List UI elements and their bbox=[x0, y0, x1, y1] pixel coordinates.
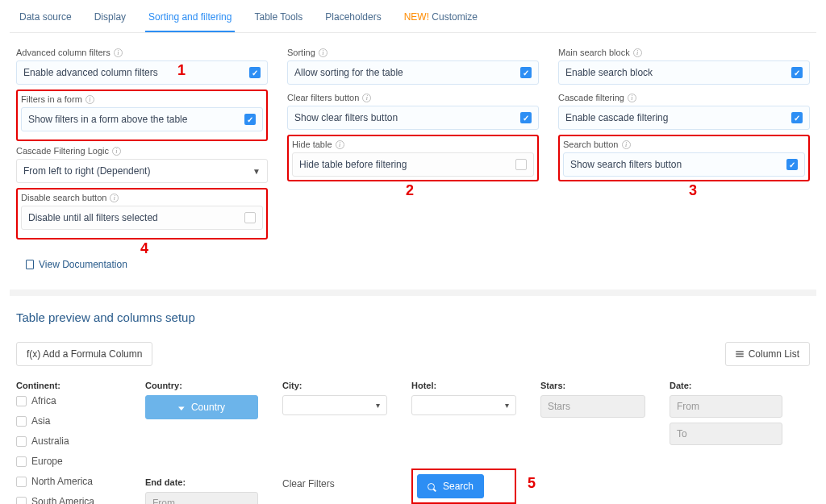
checkbox-icon bbox=[16, 436, 27, 447]
annotation-1: 1 bbox=[177, 62, 186, 79]
info-icon[interactable]: i bbox=[362, 94, 371, 102]
checkbox-icon bbox=[16, 416, 27, 427]
continent-filter-label: Continent: bbox=[16, 381, 121, 390]
info-icon[interactable]: i bbox=[110, 194, 119, 202]
sorting-toggle[interactable]: Allow sorting for the table bbox=[287, 60, 539, 85]
date-filter-label: Date: bbox=[670, 381, 782, 390]
tab-sorting-filtering[interactable]: Sorting and filtering bbox=[145, 6, 235, 32]
setting-disable-search-button: Disable search buttoni Disable until all… bbox=[21, 193, 263, 230]
filter-icon bbox=[178, 402, 186, 413]
checkbox-icon bbox=[16, 477, 27, 487]
search-button-toggle[interactable]: Show search filters button bbox=[563, 152, 805, 177]
list-icon bbox=[736, 351, 744, 357]
setting-filters-in-form: Filters in a formi Show filters in a for… bbox=[21, 94, 263, 131]
continent-option[interactable]: Asia bbox=[16, 415, 121, 427]
disable-search-label: Disable search button bbox=[21, 193, 106, 202]
document-icon bbox=[26, 260, 34, 269]
filters-in-form-label: Filters in a form bbox=[21, 94, 82, 104]
setting-cascade-filtering: Cascade filteringi Enable cascade filter… bbox=[558, 93, 810, 130]
annotation-3: 3 bbox=[689, 182, 697, 199]
column-list-button[interactable]: Column List bbox=[725, 342, 810, 366]
hide-table-label: Hide table bbox=[292, 140, 332, 149]
checkbox-on-icon bbox=[249, 67, 261, 78]
setting-clear-filters-button: Clear filters buttoni Show clear filters… bbox=[287, 93, 539, 130]
info-icon[interactable]: i bbox=[114, 48, 123, 57]
stars-input[interactable]: Stars bbox=[540, 395, 645, 418]
date-from-input[interactable]: From bbox=[670, 395, 782, 418]
clear-filters-link[interactable]: Clear Filters bbox=[282, 473, 387, 489]
tab-customize[interactable]: NEW! Customize bbox=[401, 6, 481, 32]
add-formula-column-button[interactable]: f(x) Add a Formula Column bbox=[16, 342, 152, 366]
sorting-label: Sorting bbox=[287, 48, 315, 57]
enddate-filter-label: End date: bbox=[145, 477, 258, 487]
checkbox-icon bbox=[16, 396, 27, 406]
date-to-input[interactable]: To bbox=[670, 423, 782, 445]
setting-search-button: Search buttoni Show search filters butto… bbox=[563, 140, 805, 177]
tab-data-source[interactable]: Data source bbox=[16, 6, 75, 32]
cascade-logic-select[interactable]: From left to right (Dependent)▼ bbox=[16, 159, 268, 183]
continent-option[interactable]: South America bbox=[16, 496, 121, 504]
tab-table-tools[interactable]: Table Tools bbox=[251, 6, 306, 32]
city-select[interactable]: ▾ bbox=[282, 395, 387, 415]
annotation-5: 5 bbox=[528, 475, 536, 492]
search-icon bbox=[428, 483, 435, 490]
continent-option[interactable]: Africa bbox=[16, 395, 121, 406]
main-search-label: Main search block bbox=[558, 48, 630, 57]
setting-main-search-block: Main search blocki Enable search block bbox=[558, 48, 810, 85]
continent-option[interactable]: Australia bbox=[16, 435, 121, 447]
settings-tabs: Data source Display Sorting and filterin… bbox=[10, 0, 816, 33]
checkbox-on-icon bbox=[786, 159, 798, 170]
checkbox-off-icon bbox=[515, 159, 527, 170]
cascade-filtering-label: Cascade filtering bbox=[558, 93, 624, 102]
search-button-label: Search button bbox=[563, 140, 619, 149]
tab-display[interactable]: Display bbox=[91, 6, 129, 32]
disable-search-toggle[interactable]: Disable until all filters selected bbox=[21, 206, 263, 230]
setting-cascade-logic: Cascade Filtering Logici From left to ri… bbox=[16, 146, 268, 183]
info-icon[interactable]: i bbox=[112, 147, 121, 156]
search-button[interactable]: Search bbox=[417, 474, 484, 498]
annotation-2: 2 bbox=[406, 182, 414, 199]
setting-sorting: Sortingi Allow sorting for the table bbox=[287, 48, 539, 85]
checkbox-on-icon bbox=[520, 112, 532, 123]
city-filter-label: City: bbox=[282, 381, 387, 390]
hotel-filter-label: Hotel: bbox=[411, 381, 516, 390]
checkbox-on-icon bbox=[791, 67, 803, 78]
cascade-filtering-toggle[interactable]: Enable cascade filtering bbox=[558, 106, 810, 130]
checkbox-icon bbox=[16, 497, 27, 505]
advanced-filters-toggle[interactable]: Enable advanced column filters bbox=[16, 60, 268, 85]
setting-hide-table: Hide tablei Hide table before filtering bbox=[292, 140, 534, 177]
enddate-from-input[interactable]: From bbox=[145, 492, 258, 504]
filters-in-form-toggle[interactable]: Show filters in a form above the table bbox=[21, 107, 263, 131]
chevron-down-icon: ▼ bbox=[252, 167, 261, 176]
cascade-logic-label: Cascade Filtering Logic bbox=[16, 146, 109, 156]
view-documentation-link[interactable]: View Documentation bbox=[26, 259, 127, 270]
chevron-down-icon: ▾ bbox=[505, 401, 509, 410]
checkbox-icon bbox=[16, 456, 27, 467]
preview-section-title: Table preview and columns setup bbox=[16, 310, 810, 324]
info-icon[interactable]: i bbox=[633, 48, 642, 57]
info-icon[interactable]: i bbox=[319, 48, 327, 57]
hotel-select[interactable]: ▾ bbox=[411, 395, 516, 415]
clear-filters-btn-label: Clear filters button bbox=[287, 93, 359, 102]
main-search-toggle[interactable]: Enable search block bbox=[558, 60, 810, 85]
annotation-4: 4 bbox=[140, 240, 148, 257]
stars-filter-label: Stars: bbox=[540, 381, 645, 390]
country-filter-label: Country: bbox=[145, 381, 258, 390]
continent-option[interactable]: Europe bbox=[16, 456, 121, 467]
chevron-down-icon: ▾ bbox=[376, 401, 380, 410]
continent-option[interactable]: North America bbox=[16, 476, 121, 487]
info-icon[interactable]: i bbox=[622, 140, 631, 149]
info-icon[interactable]: i bbox=[628, 94, 636, 102]
info-icon[interactable]: i bbox=[86, 95, 94, 104]
tab-placeholders[interactable]: Placeholders bbox=[322, 6, 384, 32]
checkbox-on-icon bbox=[244, 114, 256, 125]
checkbox-off-icon bbox=[244, 212, 256, 223]
info-icon[interactable]: i bbox=[336, 140, 344, 149]
clear-filters-btn-toggle[interactable]: Show clear filters button bbox=[287, 106, 539, 130]
setting-advanced-column-filters: Advanced column filtersi Enable advanced… bbox=[16, 48, 268, 85]
hide-table-toggle[interactable]: Hide table before filtering bbox=[292, 152, 534, 177]
country-filter-button[interactable]: Country bbox=[145, 395, 258, 419]
checkbox-on-icon bbox=[791, 112, 803, 123]
advanced-filters-label: Advanced column filters bbox=[16, 48, 111, 57]
checkbox-on-icon bbox=[520, 67, 532, 78]
